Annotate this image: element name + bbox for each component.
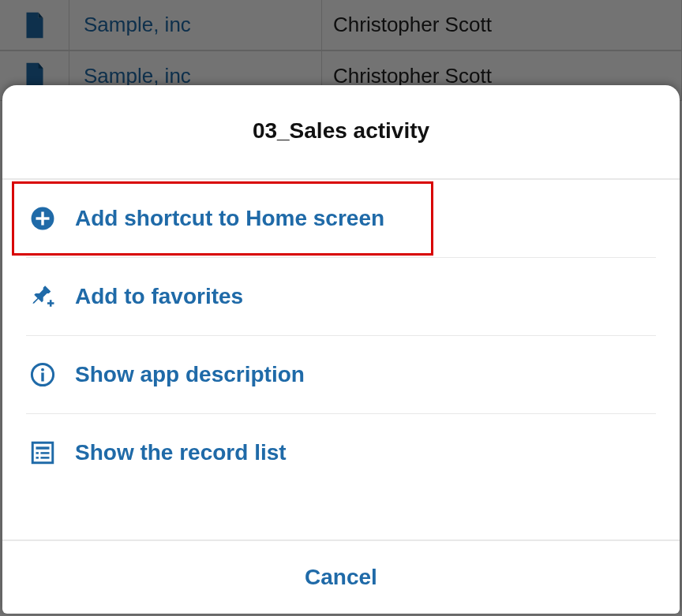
menu-item-label: Add to favorites: [75, 284, 243, 309]
list-box-icon: [28, 438, 58, 468]
svg-rect-12: [36, 457, 39, 459]
svg-rect-2: [36, 217, 50, 219]
menu-item-label: Show app description: [75, 362, 305, 387]
menu-item-label: Show the record list: [75, 440, 287, 465]
plus-circle-icon: [28, 203, 58, 233]
show-app-description-item[interactable]: Show app description: [26, 336, 656, 414]
svg-rect-11: [40, 452, 49, 454]
info-circle-icon: [28, 360, 58, 390]
action-sheet: 03_Sales activity Add shortcut to Home s…: [2, 85, 680, 614]
sheet-title: 03_Sales activity: [2, 85, 680, 180]
cancel-label: Cancel: [305, 565, 377, 590]
cancel-button[interactable]: Cancel: [2, 539, 680, 614]
menu-list: Add shortcut to Home screen Add to favor: [2, 180, 680, 491]
add-to-favorites-item[interactable]: Add to favorites: [26, 258, 656, 336]
svg-rect-9: [36, 446, 50, 449]
svg-rect-10: [36, 452, 39, 454]
app-root: Sample, inc Christopher Scott Sample, in…: [0, 0, 682, 616]
pin-plus-icon: [28, 282, 58, 312]
svg-rect-7: [41, 372, 43, 381]
add-shortcut-item[interactable]: Add shortcut to Home screen: [26, 180, 656, 258]
svg-point-6: [41, 368, 44, 371]
svg-rect-13: [40, 457, 49, 459]
menu-item-label: Add shortcut to Home screen: [75, 206, 384, 231]
show-record-list-item[interactable]: Show the record list: [26, 414, 656, 491]
svg-rect-4: [47, 302, 54, 304]
